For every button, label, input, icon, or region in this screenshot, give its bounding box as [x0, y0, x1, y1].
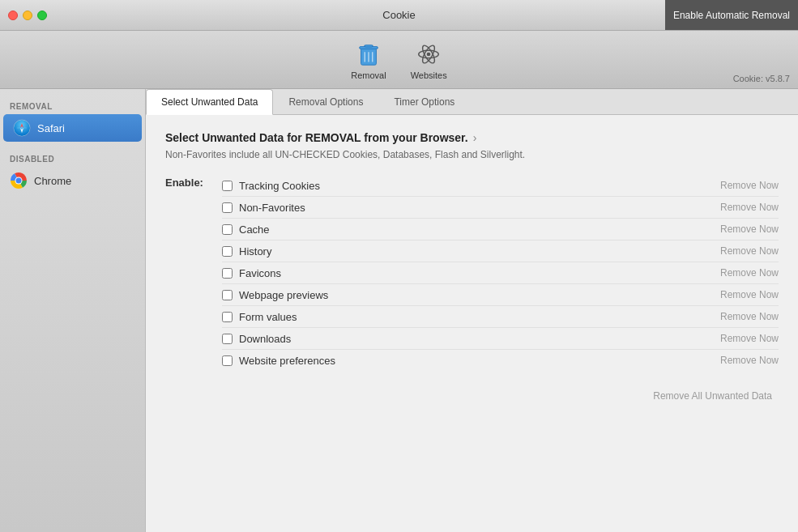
content-subtitle: Non-Favorites include all UN-CHECKED Coo…: [165, 149, 779, 160]
data-row: Tracking CookiesRemove Now: [222, 175, 779, 197]
remove-all-container: Remove All Unwanted Data: [165, 371, 779, 413]
checkbox-history[interactable]: [222, 246, 233, 257]
atom-icon: [414, 40, 443, 69]
checkbox-webpage-previews[interactable]: [222, 290, 233, 300]
content-title: Select Unwanted Data for REMOVAL from yo…: [165, 131, 468, 144]
remove-now-webpage-previews[interactable]: Remove Now: [706, 287, 779, 302]
content-area: Select Unwanted Data Removal Options Tim…: [146, 89, 798, 532]
content-header: Select Unwanted Data for REMOVAL from yo…: [165, 131, 779, 144]
sidebar-section-disabled: DISABLED: [0, 150, 145, 167]
remove-now-non-favorites[interactable]: Remove Now: [706, 200, 779, 215]
window-title: Cookie: [382, 9, 415, 21]
remove-now-history[interactable]: Remove Now: [706, 244, 779, 258]
remove-now-cache[interactable]: Remove Now: [706, 222, 779, 236]
tab-removal-options[interactable]: Removal Options: [273, 89, 378, 115]
minimize-button[interactable]: [23, 11, 32, 20]
label-cache: Cache: [239, 223, 706, 236]
enable-row: Enable: Tracking CookiesRemove NowNon-Fa…: [165, 175, 779, 371]
data-row: FaviconsRemove Now: [222, 262, 779, 284]
label-favicons: Favicons: [239, 267, 706, 279]
tab-select-unwanted[interactable]: Select Unwanted Data: [146, 89, 273, 115]
data-row: DownloadsRemove Now: [222, 328, 779, 350]
sidebar-item-chrome-label: Chrome: [34, 175, 71, 187]
maximize-button[interactable]: [37, 11, 47, 20]
sidebar-item-safari[interactable]: Safari: [3, 114, 142, 142]
traffic-lights: [8, 11, 47, 20]
close-button[interactable]: [8, 11, 18, 20]
remove-now-tracking-cookies[interactable]: Remove Now: [706, 178, 779, 193]
version-label: Cookie: v5.8.7: [733, 74, 790, 83]
chrome-icon: [10, 172, 28, 189]
checkbox-downloads[interactable]: [222, 334, 233, 344]
data-row: Website preferencesRemove Now: [222, 350, 779, 371]
checkbox-favicons[interactable]: [222, 268, 233, 279]
label-history: History: [239, 245, 706, 257]
remove-now-form-values[interactable]: Remove Now: [706, 309, 779, 324]
svg-rect-4: [365, 45, 372, 46]
sidebar-item-safari-label: Safari: [37, 122, 65, 134]
label-form-values: Form values: [239, 311, 706, 323]
data-row: Non-FavoritesRemove Now: [222, 197, 779, 219]
toolbar-websites-label: Websites: [411, 70, 447, 80]
remove-all-button[interactable]: Remove All Unwanted Data: [647, 387, 779, 405]
sidebar-section-removal: REMOVAL: [0, 97, 145, 114]
data-row: CacheRemove Now: [222, 219, 779, 240]
checkbox-website-preferences[interactable]: [222, 355, 233, 366]
label-downloads: Downloads: [239, 333, 706, 345]
checkbox-form-values[interactable]: [222, 312, 233, 322]
checkbox-tracking-cookies[interactable]: [222, 181, 233, 191]
sidebar: REMOVAL Safari DISABLED: [0, 89, 146, 532]
remove-now-favicons[interactable]: Remove Now: [706, 266, 779, 280]
data-row: Webpage previewsRemove Now: [222, 284, 779, 306]
label-webpage-previews: Webpage previews: [239, 289, 706, 301]
label-non-favorites: Non-Favorites: [239, 202, 706, 214]
tab-timer-options[interactable]: Timer Options: [378, 89, 470, 115]
label-tracking-cookies: Tracking Cookies: [239, 180, 706, 192]
svg-point-20: [16, 178, 22, 184]
checkbox-cache[interactable]: [222, 224, 233, 235]
sidebar-item-chrome[interactable]: Chrome: [0, 167, 145, 194]
data-row: HistoryRemove Now: [222, 240, 779, 262]
label-website-preferences: Website preferences: [239, 355, 706, 367]
remove-now-website-preferences[interactable]: Remove Now: [706, 353, 779, 368]
toolbar: Removal Websites Cookie: v5.8.7: [0, 31, 798, 89]
trash-icon: [354, 40, 383, 69]
toolbar-removal-label: Removal: [351, 70, 386, 80]
tab-bar: Select Unwanted Data Removal Options Tim…: [146, 89, 798, 115]
checkboxes-list: Tracking CookiesRemove NowNon-FavoritesR…: [222, 175, 779, 371]
content-inner: Select Unwanted Data for REMOVAL from yo…: [146, 115, 798, 532]
safari-icon: [13, 119, 31, 137]
title-bar: Cookie Enable Automatic Removal: [0, 0, 798, 31]
chevron-right-icon: ›: [473, 131, 477, 144]
toolbar-removal[interactable]: Removal: [351, 40, 386, 80]
remove-now-downloads[interactable]: Remove Now: [706, 331, 779, 346]
data-row: Form valuesRemove Now: [222, 306, 779, 328]
checkbox-non-favorites[interactable]: [222, 202, 233, 213]
enable-auto-removal-button[interactable]: Enable Automatic Removal: [665, 0, 798, 30]
main-layout: REMOVAL Safari DISABLED: [0, 89, 798, 532]
svg-point-11: [427, 52, 431, 56]
enable-label: Enable:: [165, 175, 222, 189]
toolbar-websites[interactable]: Websites: [411, 40, 447, 80]
